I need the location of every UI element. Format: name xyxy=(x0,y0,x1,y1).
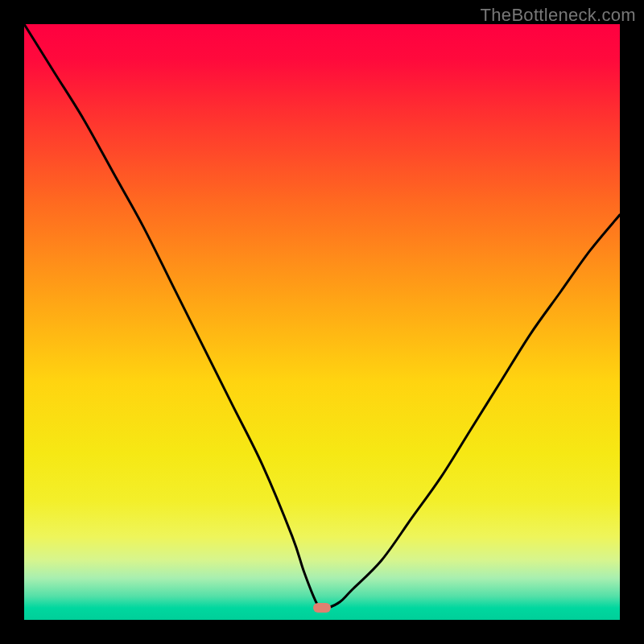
optimal-point-marker xyxy=(313,603,331,613)
curve-svg xyxy=(24,24,620,620)
plot-area xyxy=(24,24,620,620)
bottleneck-curve xyxy=(24,24,620,609)
chart-stage: TheBottleneck.com xyxy=(0,0,644,644)
watermark-text: TheBottleneck.com xyxy=(481,5,636,26)
